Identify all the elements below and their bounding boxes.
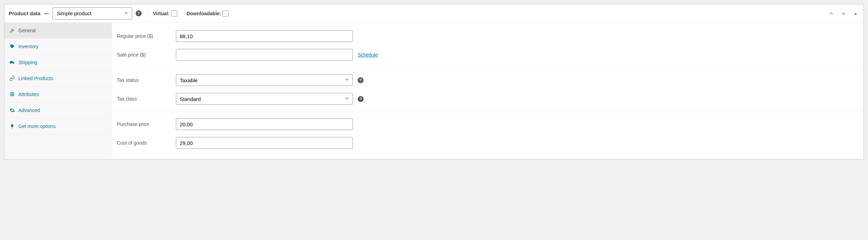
- downloadable-field: Downloadable:: [187, 9, 230, 18]
- panel-move-up[interactable]: [827, 9, 836, 18]
- tab-general[interactable]: General: [5, 23, 112, 38]
- gear-icon: [9, 108, 15, 113]
- sale-price-row: Sale price ($) Schedule: [112, 45, 863, 64]
- purchase-price-label: Purchase price: [117, 121, 176, 127]
- tab-inventory[interactable]: Inventory: [5, 38, 112, 54]
- cost-of-goods-row: Cost of goods: [112, 134, 863, 152]
- svg-rect-1: [10, 92, 14, 93]
- tab-shipping-label: Shipping: [18, 60, 37, 65]
- svg-marker-0: [854, 12, 857, 15]
- product-data-panel: Product data — Simple product ? Virtual:…: [4, 4, 864, 160]
- tax-class-select[interactable]: Standard: [176, 93, 353, 105]
- general-tab-content: Regular price ($) Sale price ($) Schedul…: [112, 23, 863, 159]
- cost-of-goods-input[interactable]: [176, 137, 353, 149]
- regular-price-label: Regular price ($): [117, 33, 176, 39]
- svg-rect-3: [10, 95, 14, 96]
- tab-shipping[interactable]: Shipping: [5, 54, 112, 70]
- tax-status-row: Tax status Taxable ?: [112, 68, 863, 89]
- help-icon[interactable]: ?: [136, 10, 142, 16]
- virtual-label: Virtual:: [153, 11, 170, 16]
- divider: [147, 9, 147, 18]
- tab-attributes[interactable]: Attributes: [5, 86, 112, 102]
- virtual-checkbox[interactable]: [171, 10, 177, 17]
- panel-collapse-toggle[interactable]: [852, 10, 859, 17]
- virtual-field: Virtual:: [153, 9, 178, 18]
- tab-advanced-label: Advanced: [18, 108, 40, 113]
- tab-get-more-options[interactable]: Get more options: [5, 118, 112, 134]
- help-icon[interactable]: ?: [358, 96, 364, 102]
- sale-price-label: Sale price ($): [117, 52, 176, 58]
- tab-inventory-label: Inventory: [18, 44, 39, 49]
- downloadable-checkbox[interactable]: [222, 10, 229, 17]
- tab-linked-label: Linked Products: [18, 76, 53, 81]
- help-icon[interactable]: ?: [358, 77, 364, 83]
- plug-icon: [9, 123, 15, 129]
- tab-attributes-label: Attributes: [18, 92, 39, 97]
- product-type-select[interactable]: Simple product: [52, 7, 132, 20]
- link-icon: [9, 76, 15, 81]
- tax-class-label: Tax class: [117, 96, 176, 102]
- purchase-price-input[interactable]: [176, 118, 353, 130]
- panel-title-dash: —: [44, 11, 49, 16]
- panel-move-down[interactable]: [839, 9, 848, 18]
- wrench-icon: [9, 28, 15, 33]
- regular-price-row: Regular price ($): [112, 24, 863, 45]
- cost-of-goods-label: Cost of goods: [117, 140, 176, 146]
- svg-rect-2: [10, 94, 14, 94]
- panel-header: Product data — Simple product ? Virtual:…: [5, 5, 863, 23]
- product-data-tabs: General Inventory Shipping: [5, 23, 112, 159]
- tab-linked-products[interactable]: Linked Products: [5, 70, 112, 86]
- tax-status-label: Tax status: [117, 77, 176, 83]
- truck-icon: [9, 60, 15, 65]
- schedule-link[interactable]: Schedule: [358, 52, 378, 58]
- list-icon: [9, 92, 15, 97]
- tax-status-select[interactable]: Taxable: [176, 74, 353, 86]
- purchase-price-row: Purchase price: [112, 112, 863, 134]
- regular-price-input[interactable]: [176, 30, 353, 42]
- sale-price-input[interactable]: [176, 49, 353, 61]
- tab-more-label: Get more options: [18, 123, 56, 129]
- panel-title: Product data: [9, 10, 41, 16]
- tab-advanced[interactable]: Advanced: [5, 102, 112, 118]
- downloadable-label: Downloadable:: [187, 11, 221, 16]
- tab-general-label: General: [18, 28, 36, 33]
- tag-icon: [9, 44, 15, 49]
- tax-class-row: Tax class Standard ?: [112, 89, 863, 108]
